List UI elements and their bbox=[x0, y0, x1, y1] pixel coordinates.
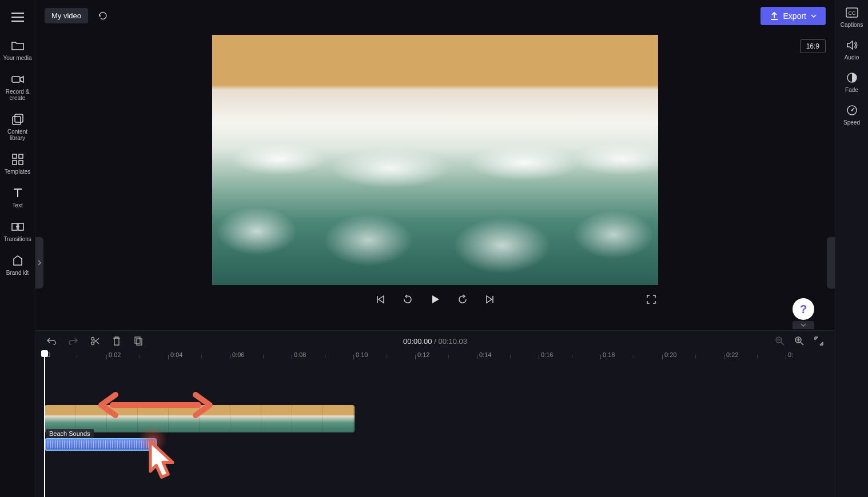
skip-end-button[interactable] bbox=[483, 292, 497, 306]
right-item-captions[interactable]: CC Captions bbox=[837, 6, 867, 28]
zoom-in-button[interactable] bbox=[794, 335, 805, 347]
skip-start-button[interactable] bbox=[373, 292, 387, 306]
collapse-help-button[interactable] bbox=[793, 321, 814, 329]
ruler-tick: 0:10 bbox=[356, 351, 368, 358]
brand-kit-icon bbox=[11, 254, 25, 267]
timeline-section: 00:00.00 / 00:10.03 0 0:02 bbox=[35, 330, 835, 497]
hamburger-icon bbox=[11, 12, 24, 22]
refresh-button[interactable] bbox=[95, 8, 111, 24]
sidebar-item-templates[interactable]: Templates bbox=[1, 150, 34, 177]
help-icon: ? bbox=[800, 303, 807, 316]
svg-rect-14 bbox=[135, 337, 140, 343]
rewind-button[interactable] bbox=[401, 292, 415, 306]
zoom-out-button[interactable] bbox=[774, 335, 786, 347]
svg-rect-7 bbox=[19, 154, 23, 158]
right-sidebar: CC Captions Audio Fade Speed bbox=[835, 0, 868, 497]
right-item-audio[interactable]: Audio bbox=[837, 38, 867, 61]
ruler-tick: 0: bbox=[788, 351, 793, 358]
scissors-icon bbox=[90, 336, 99, 346]
templates-icon bbox=[11, 153, 25, 166]
rewind-icon bbox=[402, 294, 413, 305]
forward-icon bbox=[457, 294, 468, 305]
right-panel-expand[interactable] bbox=[827, 237, 835, 288]
skip-next-icon bbox=[485, 294, 495, 304]
zoom-controls bbox=[774, 335, 825, 347]
transitions-icon bbox=[11, 220, 25, 234]
project-title-input[interactable]: My video bbox=[45, 8, 88, 23]
export-label: Export bbox=[783, 11, 806, 21]
delete-button[interactable] bbox=[111, 335, 122, 347]
speaker-icon bbox=[845, 38, 859, 52]
svg-point-12 bbox=[91, 338, 94, 340]
zoom-in-icon bbox=[794, 336, 805, 346]
menu-button[interactable] bbox=[5, 5, 30, 30]
timeline-toolbar: 00:00.00 / 00:10.03 bbox=[35, 331, 835, 351]
svg-rect-5 bbox=[15, 114, 23, 122]
svg-rect-4 bbox=[13, 117, 21, 125]
redo-button[interactable] bbox=[67, 335, 79, 347]
zoom-fit-button[interactable] bbox=[813, 335, 825, 347]
svg-rect-9 bbox=[19, 161, 23, 165]
svg-point-13 bbox=[91, 342, 94, 345]
ruler-tick: 0:22 bbox=[726, 351, 738, 358]
upload-icon bbox=[770, 11, 779, 21]
right-item-label: Captions bbox=[841, 22, 863, 28]
current-time: 00:00.00 bbox=[403, 337, 432, 346]
ruler-tick: 0:02 bbox=[109, 351, 121, 358]
sidebar-item-text[interactable]: Text bbox=[1, 184, 34, 211]
sidebar-item-brand-kit[interactable]: Brand kit bbox=[1, 251, 34, 278]
left-panel-expand[interactable] bbox=[35, 237, 43, 288]
split-button[interactable] bbox=[89, 335, 101, 347]
help-button[interactable]: ? bbox=[793, 298, 814, 320]
top-bar: My video Export bbox=[35, 0, 835, 31]
trash-icon bbox=[112, 336, 121, 346]
total-duration: 00:10.03 bbox=[438, 337, 467, 346]
timeline-tracks: Beach Sounds bbox=[35, 368, 835, 403]
svg-text:CC: CC bbox=[848, 10, 855, 16]
zoom-out-icon bbox=[775, 336, 785, 346]
ruler-tick: 0:08 bbox=[294, 351, 306, 358]
preview-area: 16:9 ? bbox=[35, 31, 835, 330]
video-clip[interactable] bbox=[45, 405, 355, 432]
undo-icon bbox=[46, 337, 57, 345]
forward-button[interactable] bbox=[456, 292, 469, 306]
library-icon bbox=[11, 113, 25, 126]
sidebar-item-label: Templates bbox=[5, 169, 31, 175]
camera-icon bbox=[11, 73, 25, 86]
captions-icon: CC bbox=[845, 6, 859, 19]
ruler-tick: 0:14 bbox=[479, 351, 491, 358]
ruler-tick: 0:06 bbox=[232, 351, 244, 358]
play-icon bbox=[429, 294, 441, 305]
right-item-fade[interactable]: Fade bbox=[837, 71, 867, 93]
play-button[interactable] bbox=[428, 292, 442, 306]
refresh-icon bbox=[98, 11, 108, 21]
redo-icon bbox=[68, 337, 78, 345]
svg-rect-8 bbox=[13, 161, 17, 165]
ruler-tick: 0:16 bbox=[541, 351, 553, 358]
skip-previous-icon bbox=[375, 294, 385, 304]
copy-button[interactable] bbox=[133, 335, 144, 347]
fullscreen-button[interactable] bbox=[644, 292, 658, 306]
video-preview-canvas[interactable] bbox=[212, 35, 658, 285]
ruler-tick: 0:18 bbox=[603, 351, 615, 358]
aspect-ratio-button[interactable]: 16:9 bbox=[800, 39, 826, 53]
sidebar-item-content-library[interactable]: Content library bbox=[1, 110, 34, 143]
undo-button[interactable] bbox=[46, 335, 57, 347]
sidebar-item-transitions[interactable]: Transitions bbox=[1, 218, 34, 245]
ruler-tick: 0:04 bbox=[170, 351, 182, 358]
timeline-ruler[interactable]: 0 0:02 0:04 0:06 0:08 0:10 0:12 0:14 0:1… bbox=[35, 351, 835, 368]
sidebar-item-label: Text bbox=[12, 202, 22, 209]
sidebar-item-record-create[interactable]: Record & create bbox=[1, 70, 34, 103]
sidebar-item-label: Record & create bbox=[1, 89, 34, 101]
sidebar-item-your-media[interactable]: Your media bbox=[1, 37, 34, 63]
main-area: My video Export 16:9 bbox=[35, 0, 835, 497]
ruler-tick: 0:20 bbox=[664, 351, 676, 358]
right-item-label: Fade bbox=[845, 87, 858, 93]
chevron-down-icon bbox=[801, 323, 806, 327]
export-button[interactable]: Export bbox=[761, 7, 826, 25]
left-sidebar: Your media Record & create Content libra… bbox=[0, 0, 35, 497]
audio-clip[interactable] bbox=[45, 438, 157, 451]
svg-point-23 bbox=[851, 110, 853, 111]
playhead[interactable] bbox=[44, 351, 45, 497]
right-item-speed[interactable]: Speed bbox=[837, 103, 867, 126]
